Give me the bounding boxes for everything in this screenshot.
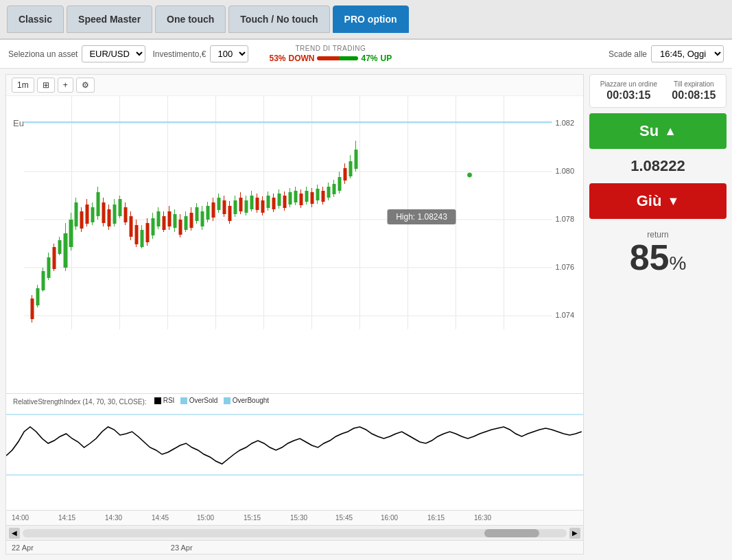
rsi-legend-rsi: RSI <box>154 397 175 404</box>
till-expiration-label: Till expiration <box>674 80 714 88</box>
piazzare-label: Piazzare un ordine <box>600 80 657 88</box>
svg-text:1.078: 1.078 <box>556 215 575 223</box>
svg-rect-145 <box>6 394 583 495</box>
tab-one-touch[interactable]: One touch <box>155 5 226 33</box>
investment-select[interactable]: 100 <box>210 45 248 62</box>
toolbar: Seleziona un asset EUR/USD Investimento,… <box>0 40 732 69</box>
time-label-5: 15:15 <box>244 514 261 522</box>
price-display: 1.08222 <box>589 154 727 178</box>
svg-text:1.074: 1.074 <box>556 311 575 319</box>
timeframe-btn[interactable]: 1m <box>12 78 34 93</box>
su-button[interactable]: Su ▲ <box>589 113 727 149</box>
svg-text:High: 1.08243: High: 1.08243 <box>396 212 447 222</box>
chart-toolbar: 1m ⊞ + ⚙ <box>6 75 583 96</box>
rsi-legend-oversold: OverSold <box>180 397 218 404</box>
tab-pro-option[interactable]: PRO option <box>333 5 409 33</box>
piazzare-value: 00:03:15 <box>606 89 650 102</box>
time-label-6: 15:30 <box>290 514 307 522</box>
asset-group: Seleziona un asset EUR/USD <box>8 45 145 62</box>
investment-group: Investimento,€ 100 <box>152 45 248 62</box>
till-expiration-block: Till expiration 00:08:15 <box>672 80 716 102</box>
scroll-left-btn[interactable]: ◀ <box>9 528 20 539</box>
expiry-info: Piazzare un ordine 00:03:15 Till expirat… <box>589 74 727 108</box>
time-label-4: 15:00 <box>197 514 214 522</box>
tab-classic[interactable]: Classic <box>7 5 64 33</box>
trend-section: TREND DI TRADING 53% DOWN 47% UP <box>269 45 392 63</box>
trend-up-pct: 47% <box>361 54 377 63</box>
time-label-10: 16:30 <box>474 514 491 522</box>
expiry-select[interactable]: 16:45, Oggi <box>651 45 724 62</box>
svg-text:1.082: 1.082 <box>556 119 575 127</box>
scroll-thumb[interactable] <box>484 529 539 537</box>
asset-label: Seleziona un asset <box>8 49 78 59</box>
investment-label: Investimento,€ <box>152 49 206 59</box>
scrollbar-area: ◀ ▶ <box>6 525 583 540</box>
settings-btn[interactable]: ⚙ <box>76 78 95 93</box>
main-layout: 1m ⊞ + ⚙ Euro - United States dollar, FO… <box>0 69 732 560</box>
scroll-track[interactable] <box>23 529 567 537</box>
piazzare-block: Piazzare un ordine 00:03:15 <box>600 80 657 102</box>
time-label-1: 14:15 <box>58 514 75 522</box>
rsi-legend-overbought: OverBought <box>224 397 269 404</box>
return-pct: % <box>669 253 686 275</box>
up-arrow-icon: ▲ <box>664 124 676 139</box>
time-axis: 14:00 14:15 14:30 14:45 15:00 15:15 15:3… <box>6 510 583 525</box>
expiry-section: Scade alle 16:45, Oggi <box>609 45 724 62</box>
asset-select[interactable]: EUR/USD <box>82 45 145 62</box>
time-label-0: 14:00 <box>12 514 29 522</box>
date-label-1: 23 Apr <box>171 544 193 552</box>
trend-label: TREND DI TRADING <box>295 45 366 52</box>
add-indicator-btn[interactable]: + <box>58 78 73 93</box>
time-label-7: 15:45 <box>335 514 353 522</box>
giu-button[interactable]: Giù ▼ <box>589 183 727 219</box>
scroll-right-btn[interactable]: ▶ <box>569 528 580 539</box>
trend-line <box>317 56 358 60</box>
rsi-chart <box>6 394 583 495</box>
svg-text:1.076: 1.076 <box>556 263 575 271</box>
chart-area: 1m ⊞ + ⚙ Euro - United States dollar, FO… <box>5 74 584 555</box>
rsi-label: RelativeStrengthIndex (14, 70, 30, CLOSE… <box>13 397 269 406</box>
return-section: return 85 % <box>589 224 727 281</box>
time-label-2: 14:30 <box>105 514 122 522</box>
tab-bar: Classic Speed Master One touch Touch / N… <box>0 0 732 40</box>
time-label-8: 16:00 <box>381 514 398 522</box>
trend-down-text: DOWN <box>288 54 314 63</box>
time-label-9: 16:15 <box>427 514 445 522</box>
trend-up-text: UP <box>381 54 392 63</box>
svg-point-144 <box>467 172 473 178</box>
time-label-3: 14:45 <box>152 514 169 522</box>
chart-canvas-area: Euro - United States dollar, FOREX <box>6 96 583 393</box>
tab-touch-no-touch[interactable]: Touch / No touch <box>228 5 329 33</box>
trend-bar: 53% DOWN 47% UP <box>269 54 392 63</box>
date-label-0: 22 Apr <box>12 544 34 552</box>
trend-down-pct: 53% <box>269 54 285 63</box>
date-bar: 22 Apr 23 Apr <box>6 540 583 554</box>
giu-label: Giù <box>637 192 662 210</box>
price-chart: 1.082 1.080 1.078 1.076 1.074 <box>6 96 583 329</box>
till-expiration-value: 00:08:15 <box>672 89 716 102</box>
chart-type-btn[interactable]: ⊞ <box>37 78 55 93</box>
rsi-area: RelativeStrengthIndex (14, 70, 30, CLOSE… <box>6 393 583 510</box>
svg-text:1.080: 1.080 <box>556 167 575 175</box>
su-label: Su <box>639 122 659 140</box>
down-arrow-icon: ▼ <box>667 194 679 209</box>
expiry-label: Scade alle <box>609 49 647 59</box>
right-panel: Piazzare un ordine 00:03:15 Till expirat… <box>589 74 727 555</box>
return-value: 85 <box>630 240 670 275</box>
tab-speed-master[interactable]: Speed Master <box>67 5 152 33</box>
